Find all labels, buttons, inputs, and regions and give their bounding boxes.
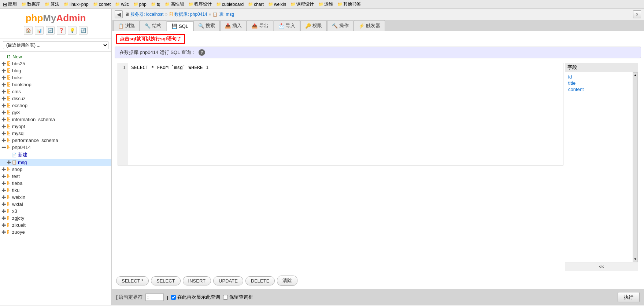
apps-menu[interactable]: ⊞ 应用 <box>1 1 18 8</box>
tree-item-blog[interactable]: ➕ 🗄 blog <box>0 67 111 74</box>
folder-icon: 📁 <box>133 2 138 7</box>
scroll-down-arrow[interactable]: ▼ <box>634 257 637 262</box>
tree-item-information-schema[interactable]: ➕ 🗄 information_schema <box>0 116 111 123</box>
sql-textarea[interactable]: SELECT * FROM `msg` WHERE 1 <box>128 63 563 165</box>
db-tree: 🗋 New ➕ 🗄 bbs25 ➕ 🗄 blog ➕ 🗄 boke <box>0 52 111 305</box>
show-query-checkbox[interactable] <box>171 295 176 300</box>
help-button[interactable]: ? <box>199 49 205 56</box>
bm-php[interactable]: 📁 php <box>132 1 148 7</box>
delimiter-input[interactable] <box>145 294 164 301</box>
select-btn[interactable]: SELECT <box>151 276 181 285</box>
select-star-btn[interactable]: SELECT * <box>116 276 149 285</box>
tab-insert[interactable]: 📥 插入 <box>220 20 247 31</box>
table-link[interactable]: 表: msg <box>219 12 234 17</box>
db-link[interactable]: 数据库: php0414 <box>174 12 207 17</box>
tree-item-bbs25[interactable]: ➕ 🗄 bbs25 <box>0 60 111 67</box>
bm-w3c[interactable]: 📁 w3c <box>114 1 130 7</box>
db-icon: 🗄 <box>7 110 11 115</box>
update-btn[interactable]: UPDATE <box>213 276 243 285</box>
keep-frame-checkbox[interactable] <box>223 295 228 300</box>
recent-tables-select[interactable]: (最近使用的表) ... <box>3 41 108 49</box>
field-content[interactable]: content <box>567 86 631 92</box>
tree-item-mysql[interactable]: ➕ 🗄 mysql <box>0 130 111 137</box>
back-button[interactable]: ◀ <box>115 10 123 18</box>
tab-import[interactable]: 📩 导入 <box>274 20 300 31</box>
tree-item-performance-schema[interactable]: ➕ 🗄 performance_schema <box>0 137 111 144</box>
bm-other[interactable]: 📁 其他书签 <box>336 1 362 8</box>
tree-item-newchild[interactable]: 📄 新建 <box>0 151 111 159</box>
tree-item-zixueit[interactable]: ➕ 🗄 zixueit <box>0 222 111 229</box>
tab-triggers[interactable]: ⚡ 触发器 <box>354 20 385 31</box>
tree-item-weixin[interactable]: ➕ 🗄 weixin <box>0 194 111 201</box>
field-title[interactable]: title <box>567 80 631 86</box>
fields-scrollbar[interactable]: ▲ ▼ <box>633 72 638 262</box>
bm-databases[interactable]: 📁 数据库 <box>20 1 42 8</box>
tab-permissions[interactable]: 🔑 权限 <box>300 20 327 31</box>
field-id[interactable]: id <box>567 74 631 80</box>
delete-btn[interactable]: DELETE <box>245 276 275 285</box>
tab-operations[interactable]: 🔨 操作 <box>327 20 354 31</box>
tree-label: wxtai <box>12 201 23 207</box>
collapse-fields-btn[interactable]: << <box>565 262 638 271</box>
tab-structure[interactable]: 🔧 结构 <box>140 20 166 31</box>
bm-cubieboard[interactable]: 📁 cubieboard <box>215 1 245 7</box>
tree-item-boolshop[interactable]: ➕ 🗄 boolshop <box>0 81 111 88</box>
tree-item-tiku[interactable]: ➕ 🗄 tiku <box>0 187 111 194</box>
tab-sql[interactable]: 💾 SQL <box>167 21 193 31</box>
tree-item-wxtai[interactable]: ➕ 🗄 wxtai <box>0 201 111 208</box>
tree-item-x3[interactable]: ➕ 🗄 x3 <box>0 208 111 215</box>
bm-tq[interactable]: 📁 tq <box>149 1 162 7</box>
db-icon: 🗄 <box>7 181 11 186</box>
chart-icon-btn[interactable]: 📊 <box>35 26 44 35</box>
triggers-tab-icon: ⚡ <box>359 23 364 29</box>
tree-item-zuoye[interactable]: ➕ 🗄 zuoye <box>0 229 111 236</box>
tree-item-cms[interactable]: ➕ 🗄 cms <box>0 88 111 95</box>
sync-icon-btn[interactable]: 🔃 <box>79 26 88 35</box>
home-icon-btn[interactable]: 🏠 <box>24 26 33 35</box>
bm-ops[interactable]: 📁 运维 <box>317 1 334 8</box>
tab-browse[interactable]: 📋 浏览 <box>113 20 140 31</box>
tab-export[interactable]: 📤 导出 <box>247 20 273 31</box>
tree-item-new[interactable]: 🗋 New <box>0 53 111 60</box>
tab-search[interactable]: 🔍 搜索 <box>193 20 220 31</box>
tree-item-php0414[interactable]: ➖ 🗄 php0414 <box>0 144 111 151</box>
bm-algorithm[interactable]: 📁 算法 <box>43 1 61 8</box>
bm-linux-php[interactable]: 📁 linux+php <box>62 1 90 7</box>
help-icon-btn[interactable]: ❓ <box>57 26 66 35</box>
maximize-button[interactable]: ✕ <box>633 10 641 18</box>
folder-icon: 📁 <box>268 2 273 7</box>
db-breadcrumb-icon: 🗄 <box>169 12 173 17</box>
bm-course[interactable]: 📁 课程设计 <box>289 1 315 8</box>
tree-item-myopt[interactable]: ➕ 🗄 myopt <box>0 123 111 130</box>
tree-item-boke[interactable]: ➕ 🗄 boke <box>0 74 111 81</box>
bm-programming[interactable]: 📁 程序设计 <box>187 1 213 8</box>
tree-item-msg[interactable]: ➕ 📋 msg <box>0 159 111 166</box>
tree-item-zgjcty[interactable]: ➕ 🗄 zgjcty <box>0 215 111 222</box>
folder-icon: 📁 <box>93 2 98 7</box>
search-tab-icon: 🔍 <box>198 23 204 29</box>
tree-item-discuz[interactable]: ➕ 🗄 discuz <box>0 95 111 102</box>
expand-icon: ➖ <box>1 145 7 149</box>
bm-comet[interactable]: 📁 comet <box>92 1 112 7</box>
tree-item-shop[interactable]: ➕ 🗄 shop <box>0 166 111 173</box>
bm-chart[interactable]: 📁 chart <box>247 1 265 7</box>
tree-label: tiku <box>12 187 19 193</box>
clear-btn[interactable]: 清除 <box>277 276 297 286</box>
bm-performance[interactable]: 📁 高性能 <box>163 1 185 8</box>
scroll-up-arrow[interactable]: ▲ <box>634 73 637 77</box>
tree-item-test[interactable]: ➕ 🗄 test <box>0 173 111 180</box>
bm-weixin[interactable]: 📁 weixin <box>267 1 288 7</box>
expand-icon: ➕ <box>1 62 7 66</box>
editor-fields-container: 1 SELECT * FROM `msg` WHERE 1 字段 id titl… <box>115 61 641 273</box>
annotation-box: 点击sql就可以执行sql语句了 <box>116 34 185 44</box>
info-icon-btn[interactable]: 💡 <box>68 26 77 35</box>
execute-button[interactable]: 执行 <box>618 292 640 302</box>
tree-item-gy3[interactable]: ➕ 🗄 gy3 <box>0 109 111 116</box>
tree-item-tieba[interactable]: ➕ 🗄 tieba <box>0 180 111 187</box>
logo-toolbar: 🏠 📊 🔄 ❓ 💡 🔃 <box>4 26 108 35</box>
insert-btn[interactable]: INSERT <box>183 276 211 285</box>
refresh-icon-btn[interactable]: 🔄 <box>46 26 55 35</box>
expand-icon: ➕ <box>1 188 7 192</box>
tree-item-ecshop[interactable]: ➕ 🗄 ecshop <box>0 102 111 109</box>
server-link[interactable]: 服务器: localhost <box>130 12 163 17</box>
